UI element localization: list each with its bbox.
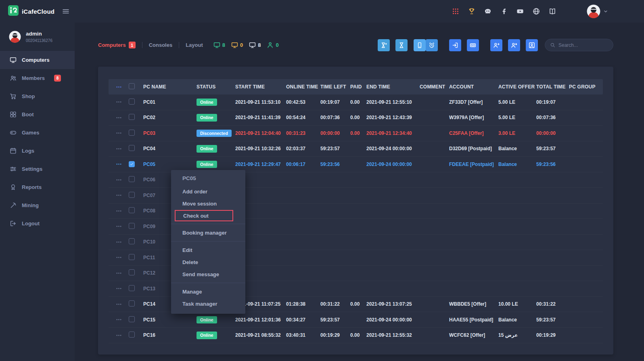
row-checkbox[interactable] bbox=[129, 269, 143, 277]
column-header-end-time[interactable]: END TIME bbox=[366, 84, 420, 90]
row-menu-button[interactable] bbox=[109, 161, 129, 167]
sidebar-item-logout[interactable]: Logout bbox=[0, 214, 75, 233]
sidebar-item-members[interactable]: Members8 bbox=[0, 69, 75, 87]
context-menu-item-send-message[interactable]: Send message bbox=[171, 268, 245, 280]
row-checkbox[interactable] bbox=[129, 192, 143, 199]
context-menu-item-task-manager[interactable]: Task manager bbox=[171, 298, 245, 310]
action-button-phone[interactable] bbox=[414, 39, 426, 51]
sidebar-item-boot[interactable]: Boot bbox=[0, 105, 75, 124]
row-menu-button[interactable] bbox=[109, 239, 129, 245]
context-menu-item-booking-manager[interactable]: Booking manager bbox=[171, 227, 245, 239]
action-button-cash[interactable] bbox=[467, 39, 479, 51]
bulk-menu-button[interactable] bbox=[109, 84, 129, 90]
row-checkbox[interactable] bbox=[129, 223, 143, 230]
action-button-hourglass-user[interactable] bbox=[378, 39, 390, 51]
table-row-pc02[interactable]: PC02Online2021-09-21 11:41:3900:54:2400:… bbox=[109, 110, 603, 126]
tab-layout[interactable]: Layout bbox=[186, 42, 203, 48]
select-all-checkbox[interactable] bbox=[129, 83, 143, 90]
row-menu-button[interactable] bbox=[109, 223, 129, 229]
row-checkbox[interactable] bbox=[129, 161, 143, 168]
table-row-pc03[interactable]: PC03Disconnected2021-09-21 12:04:4000:31… bbox=[109, 126, 603, 141]
row-checkbox[interactable] bbox=[129, 99, 143, 106]
sidebar-item-reports[interactable]: Reports bbox=[0, 178, 75, 196]
row-menu-button[interactable] bbox=[109, 285, 129, 292]
row-menu-button[interactable] bbox=[109, 177, 129, 183]
sidebar-item-logs[interactable]: Logs bbox=[0, 142, 75, 160]
action-button-hourglass[interactable] bbox=[395, 39, 408, 51]
row-checkbox[interactable] bbox=[129, 176, 143, 183]
action-button-alarm[interactable] bbox=[426, 39, 438, 51]
context-menu-item-move-session[interactable]: Move session bbox=[171, 197, 245, 210]
apps-grid-icon[interactable] bbox=[452, 8, 459, 15]
table-row-pc15[interactable]: PC15Online2021-09-21 12:01:3600:34:2759:… bbox=[109, 312, 603, 328]
action-button-user-plus[interactable] bbox=[490, 39, 502, 51]
context-menu-item-edit[interactable]: Edit bbox=[171, 244, 245, 256]
table-row-pc04[interactable]: PC04Online2021-09-21 10:32:2602:03:3759:… bbox=[109, 141, 603, 157]
column-header-paid[interactable]: PAID bbox=[350, 84, 366, 90]
sidebar-item-settings[interactable]: Settings bbox=[0, 160, 75, 178]
column-header-total-time[interactable]: TOTAL TIME bbox=[536, 84, 569, 90]
search-box[interactable] bbox=[545, 39, 613, 51]
column-header-pc-name[interactable]: PC NAME bbox=[143, 84, 197, 90]
action-button-sign-out[interactable] bbox=[449, 39, 461, 51]
sidebar-item-mining[interactable]: Mining bbox=[0, 196, 75, 214]
row-menu-button[interactable] bbox=[109, 130, 129, 136]
column-header-comment[interactable]: COMMENT bbox=[420, 84, 449, 90]
column-header-start-time[interactable]: START TIME bbox=[235, 84, 286, 90]
action-button-user-arrow[interactable] bbox=[508, 39, 520, 51]
context-menu-item-add-order[interactable]: Add order bbox=[171, 185, 245, 197]
search-input[interactable] bbox=[558, 42, 608, 48]
row-checkbox[interactable] bbox=[129, 254, 143, 261]
context-menu-item-delete[interactable]: Delete bbox=[171, 256, 245, 268]
row-checkbox[interactable] bbox=[129, 316, 143, 323]
row-menu-button[interactable] bbox=[109, 332, 129, 338]
youtube-icon[interactable] bbox=[516, 8, 524, 15]
row-checkbox[interactable] bbox=[129, 114, 143, 121]
row-menu-button[interactable] bbox=[109, 254, 129, 260]
total-time: 00:00:00 bbox=[536, 130, 569, 136]
globe-icon[interactable] bbox=[533, 8, 540, 15]
sliders-icon bbox=[10, 166, 17, 172]
time-left: 59:23:57 bbox=[320, 317, 350, 323]
sidebar-item-games[interactable]: Games bbox=[0, 124, 75, 142]
row-checkbox[interactable] bbox=[129, 130, 143, 137]
context-menu-item-check-out[interactable]: Check out bbox=[175, 210, 233, 221]
sidebar-item-computers[interactable]: Computers bbox=[0, 51, 75, 69]
action-button-user-box[interactable] bbox=[526, 39, 538, 51]
discord-icon[interactable] bbox=[484, 8, 491, 15]
brand[interactable]: iCafeCloud bbox=[0, 0, 75, 23]
column-header-status[interactable]: STATUS bbox=[197, 84, 235, 90]
column-header-active-offer[interactable]: ACTIVE OFFER bbox=[498, 84, 536, 90]
user-menu[interactable] bbox=[587, 4, 608, 18]
table-row-pc01[interactable]: PC01Online2021-09-21 11:53:1000:42:5300:… bbox=[109, 94, 603, 110]
column-header-pc-group[interactable]: PC GROUP bbox=[569, 84, 603, 90]
row-menu-button[interactable] bbox=[109, 208, 129, 214]
row-checkbox[interactable] bbox=[129, 207, 143, 214]
row-menu-button[interactable] bbox=[109, 115, 129, 121]
tab-label: Consoles bbox=[149, 42, 173, 48]
column-header-online-time[interactable]: ONLINE TIME bbox=[286, 84, 320, 90]
tab-computers[interactable]: Computers1 bbox=[98, 42, 136, 48]
trophy-icon[interactable] bbox=[468, 8, 475, 15]
table-row-pc16[interactable]: PC16Online2021-09-21 08:55:3203:40:3100:… bbox=[109, 328, 603, 344]
row-checkbox[interactable] bbox=[129, 238, 143, 246]
context-menu-item-manage[interactable]: Manage bbox=[171, 285, 245, 298]
book-icon[interactable] bbox=[549, 8, 556, 15]
facebook-icon[interactable] bbox=[500, 8, 508, 15]
row-checkbox[interactable] bbox=[129, 285, 143, 292]
row-menu-button[interactable] bbox=[109, 99, 129, 105]
row-menu-button[interactable] bbox=[109, 301, 129, 307]
row-menu-button[interactable] bbox=[109, 146, 129, 152]
row-checkbox[interactable] bbox=[129, 145, 143, 152]
sidebar-item-shop[interactable]: Shop bbox=[0, 87, 75, 105]
menu-toggle-button[interactable] bbox=[62, 7, 70, 15]
row-checkbox[interactable] bbox=[129, 332, 143, 339]
row-menu-button[interactable] bbox=[109, 317, 129, 323]
row-menu-button[interactable] bbox=[109, 270, 129, 276]
row-checkbox[interactable] bbox=[129, 300, 143, 308]
tab-consoles[interactable]: Consoles bbox=[149, 42, 173, 48]
column-header-account[interactable]: ACCOUNT bbox=[449, 84, 498, 90]
sidebar-profile[interactable]: admin 002041136276 bbox=[0, 28, 75, 51]
column-header-time-left[interactable]: TIME LEFT bbox=[320, 84, 350, 90]
row-menu-button[interactable] bbox=[109, 192, 129, 198]
